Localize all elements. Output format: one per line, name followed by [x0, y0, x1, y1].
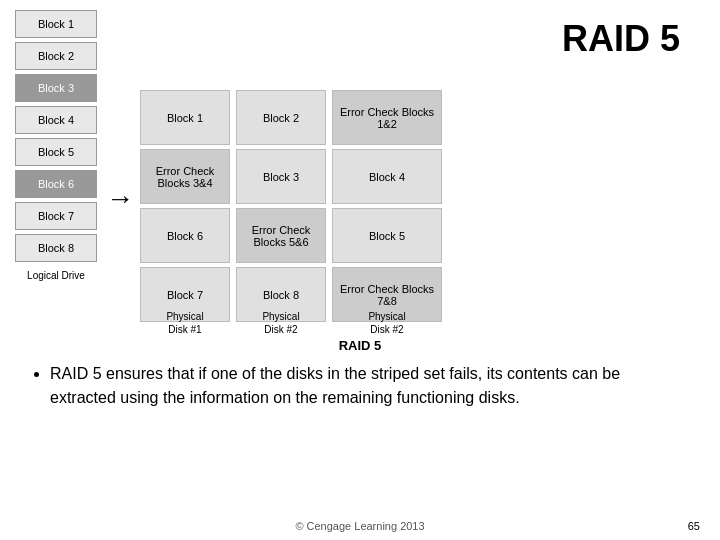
disk-block: Block 4 — [332, 149, 442, 204]
footer-page: 65 — [688, 520, 700, 532]
bullet-section: RAID 5 ensures that if one of the disks … — [30, 362, 690, 410]
logical-block: Block 8 — [15, 234, 97, 262]
footer-copyright: © Cengage Learning 2013 — [0, 520, 720, 532]
disk-block: Block 2 — [236, 90, 326, 145]
raid-diagram: Block 1Block 2Error Check Blocks 1&2Erro… — [140, 90, 442, 322]
logical-block: Block 7 — [15, 202, 97, 230]
disk-block: Error Check Blocks 5&6 — [236, 208, 326, 263]
disk-block: Block 3 — [236, 149, 326, 204]
arrow-icon: → — [106, 183, 134, 215]
logical-block: Block 3 — [15, 74, 97, 102]
logical-block: Block 4 — [15, 106, 97, 134]
raid-diagram-label: RAID 5 — [0, 338, 720, 353]
disk-block: Block 5 — [332, 208, 442, 263]
logical-block: Block 2 — [15, 42, 97, 70]
disk-label: PhysicalDisk #2 — [236, 310, 326, 336]
disk-label: PhysicalDisk #2 — [332, 310, 442, 336]
page-title: RAID 5 — [562, 18, 680, 60]
disk-labels: PhysicalDisk #1PhysicalDisk #2PhysicalDi… — [140, 310, 442, 336]
disk-block: Error Check Blocks 3&4 — [140, 149, 230, 204]
disk-block: Block 6 — [140, 208, 230, 263]
logical-drive-column: Block 1Block 2Block 3Block 4Block 5Block… — [15, 10, 97, 281]
logical-block: Block 6 — [15, 170, 97, 198]
bullet-item: RAID 5 ensures that if one of the disks … — [50, 362, 690, 410]
logical-block: Block 5 — [15, 138, 97, 166]
disk-block: Error Check Blocks 1&2 — [332, 90, 442, 145]
logical-block: Block 1 — [15, 10, 97, 38]
disk-block: Block 1 — [140, 90, 230, 145]
logical-drive-label: Logical Drive — [15, 270, 97, 281]
disk-label: PhysicalDisk #1 — [140, 310, 230, 336]
